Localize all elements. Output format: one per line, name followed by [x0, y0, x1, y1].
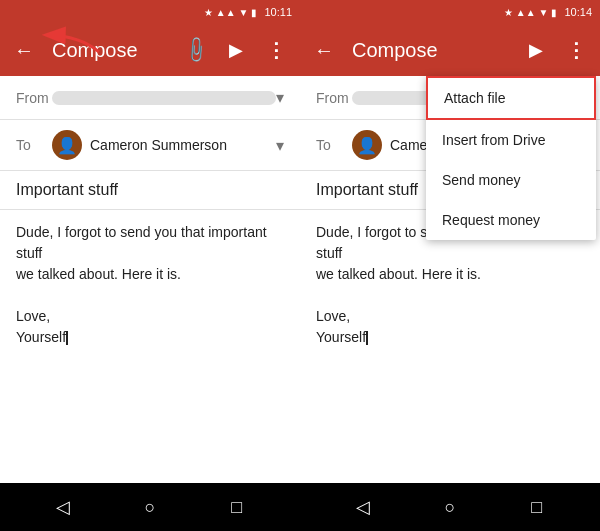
to-label-right: To — [316, 137, 352, 153]
from-label-right: From — [316, 90, 352, 106]
screen-right: ★ ▲▲ ▼ ▮ 10:14 ← Compose ▶ ⋮ From ▾ To — [300, 0, 600, 531]
nav-recents-right[interactable]: □ — [517, 487, 557, 527]
to-contact-row-left: 👤 Cameron Summerson — [52, 130, 227, 160]
send-icon-right: ▶ — [529, 39, 543, 61]
status-bar-right: ★ ▲▲ ▼ ▮ 10:14 — [300, 0, 600, 24]
from-label-left: From — [16, 90, 52, 106]
screen-left: ★ ▲▲ ▼ ▮ 10:11 ← Compose — [0, 0, 300, 531]
attach-button-left[interactable]: 📎 — [176, 30, 216, 70]
nav-bar-left: ◁ ○ □ — [0, 483, 300, 531]
signal-icon-right: ▲▲ — [516, 7, 536, 18]
from-chevron-left[interactable]: ▾ — [276, 88, 284, 107]
bt-icon-right: ★ — [504, 7, 513, 18]
to-label-left: To — [16, 137, 52, 153]
wifi-icon-right: ▼ — [539, 7, 549, 18]
dropdown-item-drive[interactable]: Insert from Drive — [426, 120, 596, 160]
toolbar-right: ← Compose ▶ ⋮ — [300, 24, 600, 76]
email-body-right: Dude, I forgot to send you that importan… — [316, 224, 567, 345]
wifi-icon: ▼ — [239, 7, 249, 18]
dropdown-item-attach[interactable]: Attach file — [426, 76, 596, 120]
back-button-right[interactable]: ← — [304, 30, 344, 70]
cursor-left — [66, 331, 68, 345]
from-value-left — [52, 91, 276, 105]
nav-home-left[interactable]: ○ — [130, 487, 170, 527]
dropdown-item-send-money[interactable]: Send money — [426, 160, 596, 200]
status-bar-left: ★ ▲▲ ▼ ▮ 10:11 — [0, 0, 300, 24]
email-content-right[interactable]: Dude, I forgot to send you that importan… — [300, 210, 600, 483]
status-time-left: 10:11 — [264, 6, 292, 18]
send-button-left[interactable]: ▶ — [216, 30, 256, 70]
toolbar-title-right: Compose — [348, 39, 512, 62]
back-icon-right: ← — [314, 39, 334, 62]
signal-icon: ▲▲ — [216, 7, 236, 18]
battery-icon: ▮ — [251, 7, 257, 18]
toolbar-actions-left: 📎 ▶ ⋮ — [176, 30, 296, 70]
nav-back-right[interactable]: ◁ — [343, 487, 383, 527]
to-contact-left: Cameron Summerson — [90, 137, 227, 153]
email-content-left[interactable]: Dude, I forgot to send you that importan… — [0, 210, 300, 483]
compose-body-left: From ▾ To 👤 Cameron Summerson ▾ Importan… — [0, 76, 300, 483]
more-button-left[interactable]: ⋮ — [256, 30, 296, 70]
to-chevron-left[interactable]: ▾ — [276, 136, 284, 155]
dropdown-item-request-money[interactable]: Request money — [426, 200, 596, 240]
back-icon-left: ← — [14, 39, 34, 62]
send-button-right[interactable]: ▶ — [516, 30, 556, 70]
send-icon-left: ▶ — [229, 39, 243, 61]
dropdown-menu: Attach file Insert from Drive Send money… — [426, 76, 596, 240]
nav-home-right[interactable]: ○ — [430, 487, 470, 527]
back-button-left[interactable]: ← — [4, 30, 44, 70]
more-icon-right: ⋮ — [566, 38, 586, 62]
subject-text-right: Important stuff — [316, 181, 418, 198]
from-row-left: From ▾ — [0, 76, 300, 120]
subject-row-left: Important stuff — [0, 171, 300, 210]
battery-icon-right: ▮ — [551, 7, 557, 18]
nav-bar-right: ◁ ○ □ — [300, 483, 600, 531]
toolbar-left: ← Compose 📎 ▶ — [0, 24, 300, 76]
email-body-left: Dude, I forgot to send you that importan… — [16, 224, 267, 345]
toolbar-actions-right: ▶ ⋮ — [516, 30, 596, 70]
more-icon-left: ⋮ — [266, 38, 286, 62]
avatar-left: 👤 — [52, 130, 82, 160]
avatar-right: 👤 — [352, 130, 382, 160]
cursor-right — [366, 331, 368, 345]
more-button-right[interactable]: ⋮ — [556, 30, 596, 70]
bt-icon: ★ — [204, 7, 213, 18]
status-time-right: 10:14 — [564, 6, 592, 18]
nav-back-left[interactable]: ◁ — [43, 487, 83, 527]
nav-recents-left[interactable]: □ — [217, 487, 257, 527]
attach-icon-left: 📎 — [180, 34, 211, 65]
subject-text-left: Important stuff — [16, 181, 118, 198]
to-row-left: To 👤 Cameron Summerson ▾ — [0, 120, 300, 171]
